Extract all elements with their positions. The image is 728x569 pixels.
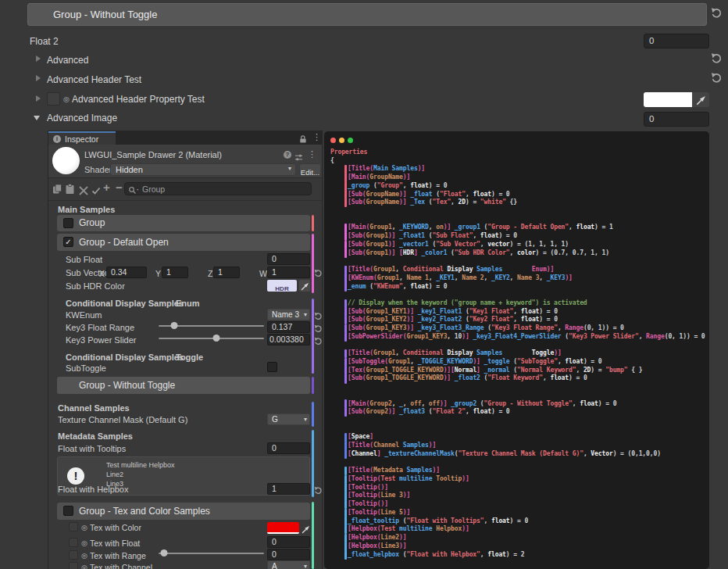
search-input[interactable]: Group bbox=[124, 182, 312, 195]
code-line: [Sub(GroupName)] _Tex ("Tex", 2D) = "whi… bbox=[330, 199, 709, 207]
code-gutter-bar bbox=[344, 467, 347, 476]
window-minimize-button[interactable] bbox=[339, 138, 344, 143]
group-toggle-checkbox[interactable] bbox=[63, 218, 73, 228]
color-swatch-control[interactable] bbox=[644, 92, 709, 107]
copy-icon[interactable] bbox=[52, 184, 62, 198]
revert-button[interactable] bbox=[711, 7, 723, 22]
kwenum-dropdown[interactable]: Name 3▾ bbox=[267, 309, 310, 320]
eyedropper-icon[interactable] bbox=[302, 523, 310, 537]
float2-field[interactable]: 0 bbox=[644, 34, 709, 48]
foldout-open-arrow-icon[interactable] bbox=[34, 116, 40, 120]
window-zoom-button[interactable] bbox=[348, 138, 353, 143]
tex-with-float-field[interactable]: 0 bbox=[267, 536, 310, 548]
code-line: [KWEnum(Group1, Name 1, _KEY1, Name 2, _… bbox=[330, 274, 709, 283]
revert-button[interactable] bbox=[314, 267, 323, 281]
section-indicator-bar bbox=[312, 430, 314, 497]
group-toggle-checkbox[interactable]: ✓ bbox=[63, 237, 73, 247]
advanced-image-foldout[interactable]: Advanced Image bbox=[47, 113, 117, 123]
hdr-color-swatch[interactable]: HDR bbox=[267, 280, 297, 292]
eyedropper-icon[interactable] bbox=[696, 95, 706, 109]
material-preview-sphere[interactable] bbox=[52, 147, 80, 174]
advanced-foldout[interactable]: Advanced bbox=[47, 55, 88, 66]
foldout-arrow-icon[interactable] bbox=[36, 55, 41, 62]
foldout-arrow-icon[interactable] bbox=[36, 75, 41, 81]
vector-z-field[interactable]: 1 bbox=[213, 267, 240, 278]
code-gutter-bar bbox=[344, 199, 347, 208]
texture-channel-mask-label: Texture Channel Mask (Default G) bbox=[58, 415, 187, 424]
group-toggle-checkbox[interactable] bbox=[63, 506, 73, 516]
slider-knob[interactable] bbox=[160, 549, 167, 556]
remove-icon[interactable]: − bbox=[116, 181, 123, 194]
sub-float-field[interactable]: 0 bbox=[267, 253, 310, 265]
checkmark-icon[interactable] bbox=[91, 184, 101, 199]
key3-float-range-label: Key3 Float Range bbox=[66, 323, 134, 332]
kebab-menu-icon[interactable]: ⋮ bbox=[308, 149, 316, 159]
group-header-tex-color-samples[interactable]: Group - Tex and Color Samples bbox=[57, 503, 310, 520]
key3-power-slider-label: Key3 Power Slider bbox=[66, 335, 137, 345]
tex-with-range-slider[interactable] bbox=[159, 549, 264, 558]
texture-thumbnail[interactable] bbox=[69, 522, 78, 531]
property-checkbox[interactable] bbox=[47, 92, 60, 106]
help-icon[interactable]: ? bbox=[284, 151, 291, 159]
revert-button[interactable] bbox=[314, 484, 323, 498]
collapse-all-icon[interactable] bbox=[79, 184, 88, 199]
color-swatch[interactable] bbox=[267, 522, 299, 534]
texture-thumbnail[interactable] bbox=[69, 562, 78, 569]
key3-float-range-slider[interactable] bbox=[159, 321, 264, 331]
color-swatch[interactable] bbox=[644, 92, 692, 107]
slider-knob[interactable] bbox=[171, 322, 178, 329]
key3-float-range-field[interactable]: 0.137 bbox=[267, 321, 310, 333]
slider-knob[interactable] bbox=[213, 335, 220, 342]
revert-button[interactable] bbox=[711, 52, 723, 67]
float-with-helpbox-field[interactable]: 1 bbox=[267, 483, 310, 495]
texture-thumbnail[interactable] bbox=[69, 538, 78, 547]
revert-icon bbox=[314, 486, 323, 495]
eyedropper-icon[interactable] bbox=[299, 280, 310, 292]
tex-with-channel-dropdown[interactable]: A▾ bbox=[267, 560, 310, 569]
slider-track[interactable] bbox=[159, 553, 264, 554]
paste-icon[interactable] bbox=[65, 184, 75, 198]
texture-channel-mask-dropdown[interactable]: G▾ bbox=[267, 413, 310, 425]
section-indicator-bar bbox=[312, 377, 314, 394]
shader-dropdown[interactable]: Hidden ▾ bbox=[110, 163, 296, 176]
code-line: [Sub(Group1)] _float1 ("Sub Float", floa… bbox=[330, 232, 709, 241]
inspector-tab-bar: i Inspector ⋮ bbox=[48, 131, 322, 145]
shader-edit-button[interactable]: Edit... bbox=[299, 163, 321, 176]
slider-track[interactable] bbox=[159, 338, 264, 339]
code-gutter-bar bbox=[344, 408, 347, 417]
code-line: _group ("Group", float) = 0 bbox=[330, 182, 709, 191]
code-gutter-bar bbox=[344, 374, 347, 384]
vector-x-field[interactable]: 0.34 bbox=[106, 267, 147, 278]
revert-button[interactable] bbox=[711, 72, 723, 87]
group-header-without-toggle-inner[interactable]: Group - Without Toggle bbox=[57, 377, 310, 394]
code-gutter-bar bbox=[344, 500, 347, 510]
code-line: [Tooltip()] bbox=[330, 500, 709, 509]
add-icon[interactable]: + bbox=[103, 181, 110, 194]
kwenum-label: KWEnum bbox=[66, 310, 102, 320]
group-header-default-open[interactable]: ✓ Group - Default Open bbox=[57, 234, 310, 251]
texture-thumbnail[interactable] bbox=[69, 550, 78, 560]
vector-w-field[interactable]: 1 bbox=[267, 267, 310, 278]
key3-power-slider-field[interactable]: 0.003380 bbox=[267, 334, 310, 345]
kebab-menu-icon[interactable]: ⋮ bbox=[312, 132, 321, 142]
float-with-tooltips-field[interactable]: 0 bbox=[267, 442, 310, 454]
advanced-image-field[interactable]: 0 bbox=[644, 112, 709, 127]
search-icon bbox=[128, 184, 139, 199]
code-line bbox=[330, 257, 709, 266]
subtoggle-checkbox[interactable] bbox=[267, 362, 277, 372]
code-gutter-bar bbox=[344, 349, 347, 359]
tab-inspector[interactable]: i Inspector bbox=[48, 131, 116, 145]
section-metadata-samples: Metadata Samples bbox=[58, 431, 133, 441]
foldout-arrow-icon[interactable] bbox=[36, 95, 41, 102]
vector-y-field[interactable]: 1 bbox=[162, 267, 188, 278]
chevron-down-icon: ▾ bbox=[304, 414, 307, 424]
window-close-button[interactable] bbox=[330, 138, 336, 143]
code-line bbox=[330, 207, 709, 216]
advanced-header-test-foldout[interactable]: Advanced Header Test bbox=[47, 74, 141, 85]
advanced-header-property-test-foldout[interactable]: Advanced Header Property Test bbox=[72, 94, 205, 105]
revert-button[interactable] bbox=[314, 335, 323, 349]
group-header-without-toggle[interactable]: Group - Without Toggle bbox=[27, 3, 707, 26]
group-header-group[interactable]: Group bbox=[57, 215, 310, 231]
tex-with-range-field[interactable]: 0 bbox=[267, 549, 310, 560]
key3-power-slider[interactable] bbox=[159, 334, 264, 343]
